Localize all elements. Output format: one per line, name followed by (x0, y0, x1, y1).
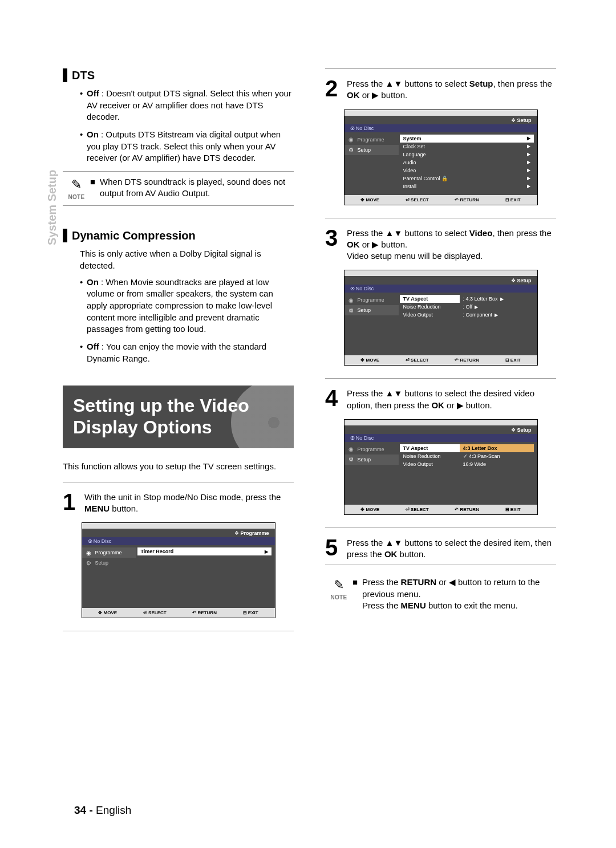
disc-small-icon: ◉ (86, 549, 92, 556)
side-tab: System Setup (46, 170, 59, 245)
content-columns: DTS Off : Doesn't output DTS signal. Sel… (63, 68, 568, 640)
osd-row: Video▶ (400, 167, 534, 175)
osd-side-setup: ⚙Setup (345, 455, 399, 465)
osd-row: Install▶ (400, 182, 534, 190)
dyncomp-off: Off : You can enjoy the movie with the s… (80, 341, 294, 364)
left-column: DTS Off : Doesn't output DTS signal. Sel… (63, 68, 294, 640)
step-number: 5 (325, 537, 347, 558)
osd-label: TV Aspect (400, 295, 460, 303)
osd-video-menu: Setup No Disc ◉Programme ⚙Setup TV Aspec… (344, 270, 538, 366)
osd-legend: ✥ MOVE ⏎ SELECT ↶ RETURN ⊟ EXIT (345, 505, 537, 514)
osd-label: Video Output (400, 311, 460, 319)
osd-option: ✓ 4:3 Pan-Scan (460, 452, 534, 460)
gear-icon: ⚙ (86, 559, 92, 566)
osd-setup-menu: Setup No Disc ◉Programme ⚙Setup System▶C… (344, 109, 538, 205)
dts-list: Off : Doesn't output DTS signal. Select … (63, 88, 294, 164)
note-dts: ✎ NOTE ■ When DTS soundtrack is played, … (63, 171, 294, 206)
step-number: 4 (325, 388, 347, 408)
disc-small-icon: ◉ (348, 297, 355, 303)
osd-status: No Disc (345, 124, 537, 132)
disc-small-icon: ◉ (348, 446, 355, 453)
osd-side-programme: ◉Programme (345, 444, 399, 455)
osd-tvaspect-menu: Setup No Disc ◉Programme ⚙Setup TV Aspec… (344, 419, 538, 515)
osd-legend: ✥ MOVE ⏎ SELECT ↶ RETURN ⊟ EXIT (345, 355, 537, 365)
osd-side-programme: ◉Programme (82, 547, 136, 558)
gear-icon: ⚙ (348, 307, 355, 314)
step-number: 2 (325, 78, 347, 99)
dyncomp-on: On : When Movie soundtracks are played a… (80, 277, 294, 335)
osd-side-programme: ◉Programme (345, 135, 399, 145)
dts-off: Off : Doesn't output DTS signal. Select … (80, 88, 294, 123)
osd-row: Language▶ (400, 151, 534, 159)
osd-breadcrumb: Setup (345, 425, 537, 434)
osd-breadcrumb: Setup (345, 116, 537, 124)
divider (63, 631, 294, 631)
note-return: ✎ NOTE ■ Press the RETURN or ◀ button to… (325, 574, 556, 616)
osd-legend: ✥ MOVE ⏎ SELECT ↶ RETURN ⊟ EXIT (345, 195, 537, 205)
osd-row: System▶ (400, 135, 534, 143)
osd-label: Noise Reduction (400, 452, 460, 460)
gear-icon: ⚙ (348, 147, 355, 153)
osd-label: Noise Reduction (400, 303, 460, 311)
dyncomp-heading: Dynamic Compression (63, 229, 294, 242)
divider (325, 565, 556, 565)
osd-breadcrumb: Setup (345, 276, 537, 285)
divider (325, 218, 556, 218)
step-2: 2 Press the ▲▼ buttons to select Setup, … (325, 78, 556, 102)
dyncomp-list: On : When Movie soundtracks are played a… (63, 277, 294, 365)
video-intro: This function allows you to setup the TV… (63, 461, 294, 473)
step-3: 3 Press the ▲▼ buttons to select Video, … (325, 228, 556, 262)
step-4: 4 Press the ▲▼ buttons to select the des… (325, 388, 556, 411)
osd-value: : Component▶ (460, 311, 534, 319)
osd-side-programme: ◉Programme (345, 295, 399, 305)
divider (325, 528, 556, 528)
osd-side-setup: ⚙Setup (345, 305, 399, 315)
osd-status: No Disc (345, 434, 537, 442)
osd-status: No Disc (82, 537, 275, 545)
osd-row-timer: Timer Record▶ (137, 547, 271, 555)
section-title: Setting up the Video Display Options (73, 395, 283, 439)
dts-on: On : Outputs DTS Bitstream via digital o… (80, 129, 294, 164)
dts-heading: DTS (63, 68, 294, 82)
divider (325, 378, 556, 379)
osd-breadcrumb: Programme (82, 529, 275, 537)
step-1: 1 With the unit in Stop mode/No Disc mod… (63, 492, 294, 515)
osd-option: 16:9 Wide (460, 460, 534, 468)
section-title-box: Setting up the Video Display Options (63, 386, 294, 449)
note-icon: ✎ NOTE (63, 176, 90, 201)
step-5: 5 Press the ▲▼ buttons to select the des… (325, 537, 556, 561)
step-number: 3 (325, 228, 347, 248)
disc-small-icon: ◉ (348, 136, 355, 143)
step-number: 1 (63, 492, 84, 512)
osd-programme: Programme No Disc ◉Programme ⚙Setup Time… (82, 522, 275, 618)
osd-label: Video Output (400, 460, 460, 468)
note-text: When DTS soundtrack is played, sound doe… (100, 176, 294, 200)
osd-option: 4:3 Letter Box (460, 444, 534, 452)
osd-label: TV Aspect (400, 444, 460, 452)
osd-value: : Off▶ (460, 303, 534, 311)
gear-icon: ⚙ (348, 456, 355, 463)
osd-row: Clock Set▶ (400, 143, 534, 151)
osd-row: Audio▶ (400, 159, 534, 167)
osd-status: No Disc (345, 285, 537, 293)
osd-side-setup: ⚙Setup (82, 558, 136, 568)
note-icon: ✎ NOTE (325, 577, 352, 601)
divider (325, 68, 556, 69)
divider (63, 482, 294, 482)
osd-row: Parental Control 🔒▶ (400, 175, 534, 182)
page-footer: 34 - English (74, 804, 131, 817)
right-column: 2 Press the ▲▼ buttons to select Setup, … (325, 68, 556, 640)
osd-value: : 4:3 Letter Box▶ (460, 295, 534, 303)
dyncomp-intro: This is only active when a Dolby Digital… (63, 248, 294, 271)
osd-side-setup: ⚙Setup (345, 145, 399, 155)
osd-legend: ✥ MOVE ⏎ SELECT ↶ RETURN ⊟ EXIT (82, 608, 275, 618)
